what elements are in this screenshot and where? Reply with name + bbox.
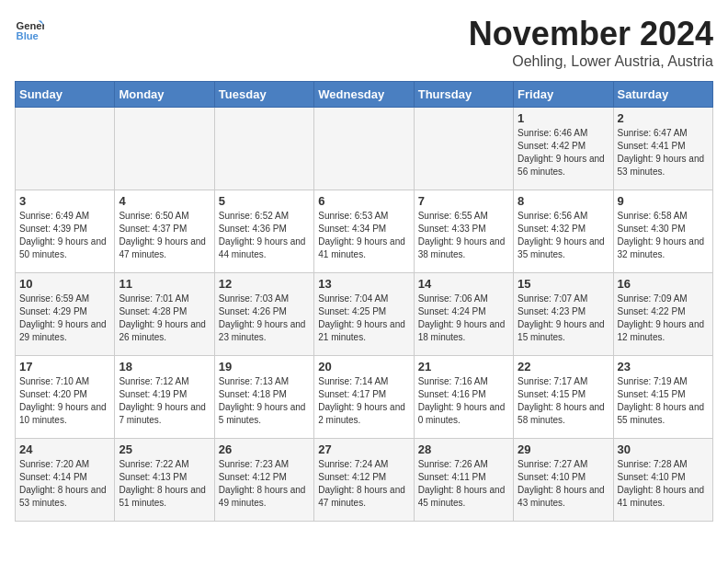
day-info: Sunrise: 7:03 AM Sunset: 4:26 PM Dayligh…: [219, 293, 310, 344]
header-saturday: Saturday: [613, 82, 712, 108]
week-row-1: 1Sunrise: 6:46 AM Sunset: 4:42 PM Daylig…: [16, 108, 713, 190]
week-row-5: 24Sunrise: 7:20 AM Sunset: 4:14 PM Dayli…: [16, 439, 713, 522]
day-cell: 9Sunrise: 6:58 AM Sunset: 4:30 PM Daylig…: [613, 190, 712, 273]
day-info: Sunrise: 7:14 AM Sunset: 4:17 PM Dayligh…: [318, 375, 409, 427]
day-number: 7: [418, 194, 509, 208]
day-number: 1: [518, 111, 609, 125]
day-cell: 13Sunrise: 7:04 AM Sunset: 4:25 PM Dayli…: [314, 273, 414, 356]
day-info: Sunrise: 6:49 AM Sunset: 4:39 PM Dayligh…: [19, 210, 110, 261]
day-number: 4: [119, 194, 210, 208]
day-cell: [16, 108, 115, 190]
day-cell: 5Sunrise: 6:52 AM Sunset: 4:36 PM Daylig…: [214, 190, 313, 273]
day-number: 29: [518, 442, 609, 456]
day-info: Sunrise: 6:52 AM Sunset: 4:36 PM Dayligh…: [219, 210, 310, 261]
day-number: 25: [119, 442, 210, 456]
day-number: 10: [19, 277, 110, 291]
day-info: Sunrise: 7:09 AM Sunset: 4:22 PM Dayligh…: [618, 293, 709, 344]
day-info: Sunrise: 7:20 AM Sunset: 4:14 PM Dayligh…: [19, 458, 110, 510]
day-cell: 17Sunrise: 7:10 AM Sunset: 4:20 PM Dayli…: [16, 356, 115, 439]
day-cell: [414, 108, 513, 190]
day-number: 16: [618, 277, 709, 291]
day-number: 21: [418, 360, 509, 373]
day-cell: 4Sunrise: 6:50 AM Sunset: 4:37 PM Daylig…: [115, 190, 214, 273]
day-cell: 1Sunrise: 6:46 AM Sunset: 4:42 PM Daylig…: [514, 108, 613, 190]
day-number: 2: [618, 111, 709, 125]
day-number: 3: [19, 194, 110, 208]
calendar-body: 1Sunrise: 6:46 AM Sunset: 4:42 PM Daylig…: [16, 108, 713, 522]
header-sunday: Sunday: [16, 82, 115, 108]
day-number: 26: [219, 442, 310, 456]
day-cell: 7Sunrise: 6:55 AM Sunset: 4:33 PM Daylig…: [414, 190, 513, 273]
logo-icon: General Blue: [15, 15, 44, 44]
day-cell: 16Sunrise: 7:09 AM Sunset: 4:22 PM Dayli…: [613, 273, 712, 356]
title-area: November 2024 Oehling, Lower Austria, Au…: [469, 15, 713, 70]
day-number: 12: [219, 277, 310, 291]
day-number: 5: [219, 194, 310, 208]
day-number: 23: [618, 360, 709, 373]
day-number: 27: [318, 442, 409, 456]
day-number: 22: [518, 360, 609, 373]
day-cell: 25Sunrise: 7:22 AM Sunset: 4:13 PM Dayli…: [115, 439, 214, 522]
day-cell: 22Sunrise: 7:17 AM Sunset: 4:15 PM Dayli…: [514, 356, 613, 439]
day-cell: 27Sunrise: 7:24 AM Sunset: 4:12 PM Dayli…: [314, 439, 414, 522]
day-cell: 20Sunrise: 7:14 AM Sunset: 4:17 PM Dayli…: [314, 356, 414, 439]
day-info: Sunrise: 7:17 AM Sunset: 4:15 PM Dayligh…: [518, 375, 609, 427]
day-cell: 24Sunrise: 7:20 AM Sunset: 4:14 PM Dayli…: [16, 439, 115, 522]
week-row-4: 17Sunrise: 7:10 AM Sunset: 4:20 PM Dayli…: [16, 356, 713, 439]
day-cell: 10Sunrise: 6:59 AM Sunset: 4:29 PM Dayli…: [16, 273, 115, 356]
day-cell: 15Sunrise: 7:07 AM Sunset: 4:23 PM Dayli…: [514, 273, 613, 356]
day-number: 19: [219, 360, 310, 373]
header-thursday: Thursday: [414, 82, 513, 108]
week-row-2: 3Sunrise: 6:49 AM Sunset: 4:39 PM Daylig…: [16, 190, 713, 273]
day-info: Sunrise: 7:19 AM Sunset: 4:15 PM Dayligh…: [618, 375, 709, 427]
calendar-table: Sunday Monday Tuesday Wednesday Thursday…: [15, 81, 713, 522]
day-number: 11: [119, 277, 210, 291]
day-number: 18: [119, 360, 210, 373]
day-cell: 14Sunrise: 7:06 AM Sunset: 4:24 PM Dayli…: [414, 273, 513, 356]
day-number: 30: [618, 442, 709, 456]
day-info: Sunrise: 6:46 AM Sunset: 4:42 PM Dayligh…: [518, 127, 609, 178]
day-info: Sunrise: 7:10 AM Sunset: 4:20 PM Dayligh…: [19, 375, 110, 427]
main-title: November 2024: [469, 15, 713, 53]
header-tuesday: Tuesday: [214, 82, 313, 108]
day-info: Sunrise: 6:50 AM Sunset: 4:37 PM Dayligh…: [119, 210, 210, 261]
day-cell: 26Sunrise: 7:23 AM Sunset: 4:12 PM Dayli…: [214, 439, 313, 522]
day-cell: 6Sunrise: 6:53 AM Sunset: 4:34 PM Daylig…: [314, 190, 414, 273]
day-cell: [115, 108, 214, 190]
day-number: 24: [19, 442, 110, 456]
day-cell: 12Sunrise: 7:03 AM Sunset: 4:26 PM Dayli…: [214, 273, 313, 356]
day-info: Sunrise: 7:04 AM Sunset: 4:25 PM Dayligh…: [318, 293, 409, 344]
day-cell: 21Sunrise: 7:16 AM Sunset: 4:16 PM Dayli…: [414, 356, 513, 439]
day-cell: 3Sunrise: 6:49 AM Sunset: 4:39 PM Daylig…: [16, 190, 115, 273]
week-row-3: 10Sunrise: 6:59 AM Sunset: 4:29 PM Dayli…: [16, 273, 713, 356]
header-wednesday: Wednesday: [314, 82, 414, 108]
day-cell: 18Sunrise: 7:12 AM Sunset: 4:19 PM Dayli…: [115, 356, 214, 439]
day-number: 9: [618, 194, 709, 208]
day-cell: 8Sunrise: 6:56 AM Sunset: 4:32 PM Daylig…: [514, 190, 613, 273]
day-cell: 30Sunrise: 7:28 AM Sunset: 4:10 PM Dayli…: [613, 439, 712, 522]
day-info: Sunrise: 6:55 AM Sunset: 4:33 PM Dayligh…: [418, 210, 509, 261]
day-number: 28: [418, 442, 509, 456]
day-info: Sunrise: 7:28 AM Sunset: 4:10 PM Dayligh…: [618, 458, 709, 510]
day-info: Sunrise: 6:59 AM Sunset: 4:29 PM Dayligh…: [19, 293, 110, 344]
svg-text:General: General: [17, 20, 44, 31]
day-info: Sunrise: 7:26 AM Sunset: 4:11 PM Dayligh…: [418, 458, 509, 510]
day-info: Sunrise: 7:07 AM Sunset: 4:23 PM Dayligh…: [518, 293, 609, 344]
header: General Blue November 2024 Oehling, Lowe…: [15, 15, 713, 70]
day-info: Sunrise: 7:23 AM Sunset: 4:12 PM Dayligh…: [219, 458, 310, 510]
day-info: Sunrise: 7:24 AM Sunset: 4:12 PM Dayligh…: [318, 458, 409, 510]
day-info: Sunrise: 7:13 AM Sunset: 4:18 PM Dayligh…: [219, 375, 310, 427]
day-number: 8: [518, 194, 609, 208]
day-cell: 28Sunrise: 7:26 AM Sunset: 4:11 PM Dayli…: [414, 439, 513, 522]
day-cell: [214, 108, 313, 190]
day-info: Sunrise: 6:58 AM Sunset: 4:30 PM Dayligh…: [618, 210, 709, 261]
day-cell: 29Sunrise: 7:27 AM Sunset: 4:10 PM Dayli…: [514, 439, 613, 522]
header-row: Sunday Monday Tuesday Wednesday Thursday…: [16, 82, 713, 108]
day-number: 17: [19, 360, 110, 373]
day-cell: 19Sunrise: 7:13 AM Sunset: 4:18 PM Dayli…: [214, 356, 313, 439]
day-info: Sunrise: 6:47 AM Sunset: 4:41 PM Dayligh…: [618, 127, 709, 178]
svg-text:Blue: Blue: [17, 30, 39, 41]
day-number: 6: [318, 194, 409, 208]
day-cell: 2Sunrise: 6:47 AM Sunset: 4:41 PM Daylig…: [613, 108, 712, 190]
day-number: 14: [418, 277, 509, 291]
